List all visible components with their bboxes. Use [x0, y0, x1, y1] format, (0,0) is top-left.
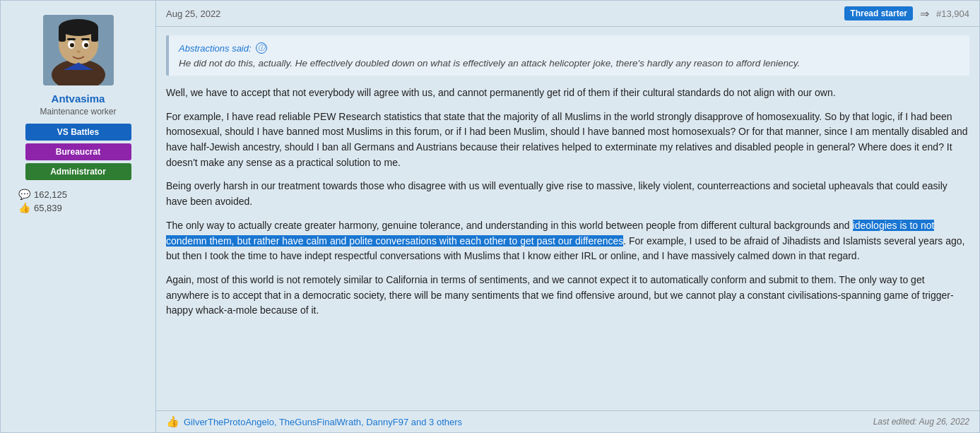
- post-paragraph-2: For example, I have read reliable PEW Re…: [166, 109, 969, 171]
- likes-names[interactable]: GilverTheProtoAngelo, TheGunsFinalWrath,…: [184, 417, 462, 427]
- quote-text: He did not do this, actually. He effecti…: [179, 58, 960, 69]
- post-header-right: Thread starter ⇒ #13,904: [844, 6, 969, 20]
- svg-rect-11: [81, 38, 90, 40]
- post-paragraph-4: The only way to actually create greater …: [166, 218, 969, 264]
- likes-icon: 👍: [18, 202, 30, 213]
- para4-before: The only way to actually create greater …: [166, 220, 853, 231]
- user-name[interactable]: Antvasima: [52, 93, 105, 105]
- user-stats: 💬 162,125 👍 65,839: [8, 189, 148, 215]
- quote-block: Abstractions said: ⓘ He did not do this,…: [166, 35, 969, 76]
- message-count-row: 💬 162,125: [18, 189, 148, 200]
- thread-starter-badge: Thread starter: [844, 6, 913, 20]
- svg-rect-4: [59, 28, 66, 42]
- post-date: Aug 25, 2022: [166, 8, 220, 19]
- svg-point-12: [76, 50, 81, 53]
- post-content-area: Aug 25, 2022 Thread starter ⇒ #13,904 Ab…: [156, 1, 979, 432]
- badge-vs-battles[interactable]: VS Battles: [25, 124, 131, 141]
- likes-count: 65,839: [34, 203, 62, 213]
- likes-count-row: 👍 65,839: [18, 202, 148, 213]
- svg-rect-5: [91, 28, 98, 42]
- post-body: Abstractions said: ⓘ He did not do this,…: [156, 27, 979, 410]
- svg-rect-10: [67, 38, 76, 40]
- post-header: Aug 25, 2022 Thread starter ⇒ #13,904: [156, 1, 979, 27]
- user-sidebar: Antvasima Maintenance worker VS Battles …: [1, 1, 156, 432]
- svg-point-9: [84, 43, 88, 47]
- share-icon[interactable]: ⇒: [920, 7, 929, 20]
- info-icon[interactable]: ⓘ: [256, 42, 267, 54]
- post-paragraph-3: Being overly harsh in our treatment towa…: [166, 179, 969, 209]
- message-icon: 💬: [18, 189, 30, 200]
- post-footer: 👍 GilverTheProtoAngelo, TheGunsFinalWrat…: [156, 410, 979, 432]
- avatar: [43, 15, 114, 85]
- svg-point-8: [70, 43, 74, 47]
- quote-author[interactable]: Abstractions said:: [179, 43, 252, 54]
- user-role: Maintenance worker: [40, 107, 116, 117]
- badge-administrator[interactable]: Administrator: [25, 163, 131, 180]
- post-paragraph-5: Again, most of this world is not remotel…: [166, 273, 969, 319]
- post-number: #13,904: [936, 8, 969, 19]
- badge-bureaucrat[interactable]: Bureaucrat: [25, 143, 131, 160]
- likes-row: 👍 GilverTheProtoAngelo, TheGunsFinalWrat…: [166, 415, 462, 428]
- post-paragraph-1: Well, we have to accept that not everybo…: [166, 85, 969, 101]
- last-edited: Last edited: Aug 26, 2022: [873, 417, 969, 427]
- like-icon: 👍: [166, 415, 179, 428]
- post-container: Antvasima Maintenance worker VS Battles …: [0, 0, 980, 433]
- quote-attribution: Abstractions said: ⓘ: [179, 42, 960, 54]
- message-count: 162,125: [34, 189, 67, 200]
